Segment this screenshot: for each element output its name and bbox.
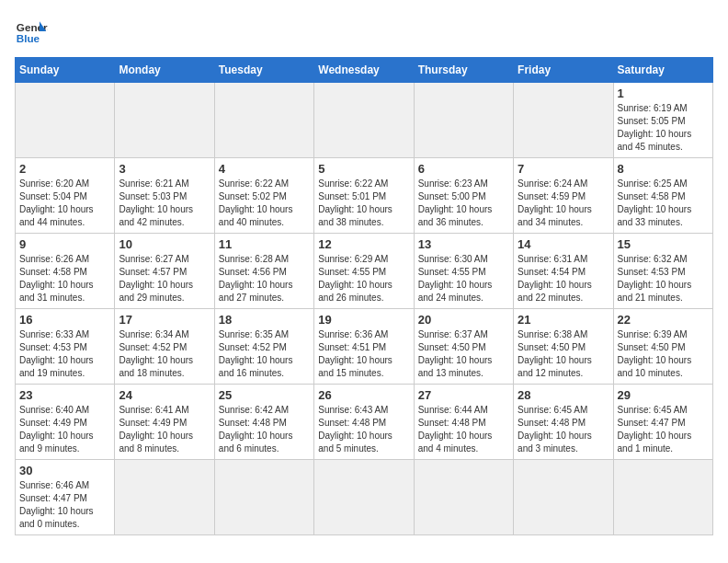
day-number: 9 [19,237,110,251]
calendar-cell: 12Sunrise: 6:29 AM Sunset: 4:55 PM Dayli… [314,234,414,309]
weekday-header-friday: Friday [514,58,613,83]
calendar-cell: 16Sunrise: 6:33 AM Sunset: 4:53 PM Dayli… [16,309,115,385]
day-number: 29 [618,388,709,402]
calendar-cell: 7Sunrise: 6:24 AM Sunset: 4:59 PM Daylig… [514,158,613,234]
day-info: Sunrise: 6:22 AM Sunset: 5:02 PM Dayligh… [219,178,310,229]
calendar-cell: 10Sunrise: 6:27 AM Sunset: 4:57 PM Dayli… [115,234,214,309]
calendar-cell [613,460,712,535]
calendar-cell: 3Sunrise: 6:21 AM Sunset: 5:03 PM Daylig… [115,158,214,234]
day-number: 30 [19,464,110,477]
day-info: Sunrise: 6:20 AM Sunset: 5:04 PM Dayligh… [19,178,110,229]
day-info: Sunrise: 6:29 AM Sunset: 4:55 PM Dayligh… [318,253,409,304]
day-number: 4 [219,162,310,176]
day-info: Sunrise: 6:28 AM Sunset: 4:56 PM Dayligh… [219,253,310,304]
day-info: Sunrise: 6:26 AM Sunset: 4:58 PM Dayligh… [19,253,110,304]
day-number: 16 [19,313,110,327]
calendar-cell: 24Sunrise: 6:41 AM Sunset: 4:49 PM Dayli… [115,385,214,460]
calendar-cell [115,83,214,158]
calendar-cell: 23Sunrise: 6:40 AM Sunset: 4:49 PM Dayli… [16,385,115,460]
day-number: 24 [119,388,210,402]
calendar-cell: 28Sunrise: 6:45 AM Sunset: 4:48 PM Dayli… [514,385,613,460]
day-number: 12 [318,237,409,251]
day-number: 3 [119,162,210,176]
day-number: 2 [19,162,110,176]
day-info: Sunrise: 6:45 AM Sunset: 4:48 PM Dayligh… [518,404,609,455]
weekday-header-saturday: Saturday [613,58,712,83]
calendar-cell [514,83,613,158]
day-info: Sunrise: 6:39 AM Sunset: 4:50 PM Dayligh… [618,328,709,380]
calendar-cell [314,83,414,158]
calendar-cell: 11Sunrise: 6:28 AM Sunset: 4:56 PM Dayli… [214,234,313,309]
calendar-cell: 13Sunrise: 6:30 AM Sunset: 4:55 PM Dayli… [414,234,513,309]
calendar-cell [214,460,313,535]
calendar-cell: 4Sunrise: 6:22 AM Sunset: 5:02 PM Daylig… [214,158,313,234]
day-number: 21 [518,313,609,327]
logo-icon: General Blue [15,15,48,48]
calendar-cell [514,460,613,535]
calendar-cell: 9Sunrise: 6:26 AM Sunset: 4:58 PM Daylig… [16,234,115,309]
day-info: Sunrise: 6:41 AM Sunset: 4:49 PM Dayligh… [119,404,210,455]
calendar-cell [115,460,214,535]
day-info: Sunrise: 6:31 AM Sunset: 4:54 PM Dayligh… [518,253,609,304]
calendar-cell: 21Sunrise: 6:38 AM Sunset: 4:50 PM Dayli… [514,309,613,385]
day-number: 27 [418,388,509,402]
svg-text:Blue: Blue [17,32,40,44]
calendar-cell: 29Sunrise: 6:45 AM Sunset: 4:47 PM Dayli… [613,385,712,460]
day-info: Sunrise: 6:34 AM Sunset: 4:52 PM Dayligh… [119,328,210,380]
weekday-header-monday: Monday [115,58,214,83]
day-info: Sunrise: 6:40 AM Sunset: 4:49 PM Dayligh… [19,404,110,455]
calendar-cell: 20Sunrise: 6:37 AM Sunset: 4:50 PM Dayli… [414,309,513,385]
calendar-cell: 25Sunrise: 6:42 AM Sunset: 4:48 PM Dayli… [214,385,313,460]
weekday-header-wednesday: Wednesday [314,58,414,83]
day-number: 22 [618,313,709,327]
day-info: Sunrise: 6:42 AM Sunset: 4:48 PM Dayligh… [219,404,310,455]
day-number: 19 [318,313,409,327]
calendar-cell [414,83,513,158]
calendar-cell: 19Sunrise: 6:36 AM Sunset: 4:51 PM Dayli… [314,309,414,385]
day-info: Sunrise: 6:43 AM Sunset: 4:48 PM Dayligh… [318,404,409,455]
calendar-table: SundayMondayTuesdayWednesdayThursdayFrid… [15,57,713,535]
calendar-cell: 1Sunrise: 6:19 AM Sunset: 5:05 PM Daylig… [613,83,712,158]
day-info: Sunrise: 6:36 AM Sunset: 4:51 PM Dayligh… [318,328,409,380]
calendar-cell: 18Sunrise: 6:35 AM Sunset: 4:52 PM Dayli… [214,309,313,385]
day-info: Sunrise: 6:46 AM Sunset: 4:47 PM Dayligh… [19,479,110,531]
day-info: Sunrise: 6:45 AM Sunset: 4:47 PM Dayligh… [618,404,709,455]
calendar-cell: 14Sunrise: 6:31 AM Sunset: 4:54 PM Dayli… [514,234,613,309]
calendar-cell: 30Sunrise: 6:46 AM Sunset: 4:47 PM Dayli… [16,460,115,535]
day-number: 26 [318,388,409,402]
day-info: Sunrise: 6:33 AM Sunset: 4:53 PM Dayligh… [19,328,110,380]
calendar-cell: 5Sunrise: 6:22 AM Sunset: 5:01 PM Daylig… [314,158,414,234]
calendar-cell: 6Sunrise: 6:23 AM Sunset: 5:00 PM Daylig… [414,158,513,234]
day-number: 10 [119,237,210,251]
day-info: Sunrise: 6:22 AM Sunset: 5:01 PM Dayligh… [318,178,409,229]
calendar-cell [414,460,513,535]
day-info: Sunrise: 6:27 AM Sunset: 4:57 PM Dayligh… [119,253,210,304]
calendar-cell: 26Sunrise: 6:43 AM Sunset: 4:48 PM Dayli… [314,385,414,460]
weekday-header-sunday: Sunday [16,58,115,83]
calendar-cell: 17Sunrise: 6:34 AM Sunset: 4:52 PM Dayli… [115,309,214,385]
day-number: 11 [219,237,310,251]
weekday-header-tuesday: Tuesday [214,58,313,83]
day-number: 18 [219,313,310,327]
day-number: 15 [618,237,709,251]
day-info: Sunrise: 6:19 AM Sunset: 5:05 PM Dayligh… [618,102,709,154]
day-info: Sunrise: 6:25 AM Sunset: 4:58 PM Dayligh… [618,178,709,229]
calendar-cell [214,83,313,158]
day-number: 28 [518,388,609,402]
day-number: 13 [418,237,509,251]
logo: General Blue [15,15,48,48]
day-info: Sunrise: 6:32 AM Sunset: 4:53 PM Dayligh… [618,253,709,304]
day-number: 23 [19,388,110,402]
day-info: Sunrise: 6:24 AM Sunset: 4:59 PM Dayligh… [518,178,609,229]
day-number: 6 [418,162,509,176]
day-number: 8 [618,162,709,176]
calendar-cell: 2Sunrise: 6:20 AM Sunset: 5:04 PM Daylig… [16,158,115,234]
day-info: Sunrise: 6:30 AM Sunset: 4:55 PM Dayligh… [418,253,509,304]
weekday-header-thursday: Thursday [414,58,513,83]
calendar-cell [314,460,414,535]
day-info: Sunrise: 6:37 AM Sunset: 4:50 PM Dayligh… [418,328,509,380]
calendar-cell: 8Sunrise: 6:25 AM Sunset: 4:58 PM Daylig… [613,158,712,234]
day-info: Sunrise: 6:35 AM Sunset: 4:52 PM Dayligh… [219,328,310,380]
day-info: Sunrise: 6:21 AM Sunset: 5:03 PM Dayligh… [119,178,210,229]
calendar-cell: 22Sunrise: 6:39 AM Sunset: 4:50 PM Dayli… [613,309,712,385]
